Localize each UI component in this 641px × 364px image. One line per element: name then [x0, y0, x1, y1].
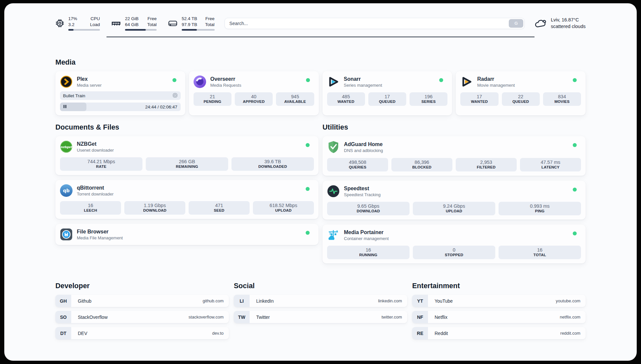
section-title-utilities: Utilities — [322, 123, 586, 132]
stat-label: REMAINING — [147, 165, 227, 168]
stat-value: 0 — [414, 247, 494, 253]
stat-value: 16 — [328, 247, 408, 253]
stat-label: DOWNLOAD — [126, 208, 184, 212]
now-playing-row: Bullet Train — [60, 91, 181, 100]
stat-label: WANTED — [328, 100, 364, 104]
cpu-labels: CPULoad — [90, 16, 100, 27]
stat-label: MOVIES — [544, 100, 580, 104]
cpu-widget: 17%3.2 CPULoad — [55, 16, 100, 31]
weather-widget: Lviv, 16.87°C scattered clouds — [534, 17, 586, 30]
service-card-head: SonarrSeries management — [327, 76, 448, 88]
section-title-entertainment: Entertainment — [412, 282, 586, 290]
stat-label: QUEUED — [370, 100, 405, 104]
bookmark-dev[interactable]: DTDEVdev.to — [55, 327, 229, 339]
service-name: Sonarr — [344, 76, 382, 82]
stat-series: 196SERIES — [410, 92, 447, 106]
service-card-overseerr[interactable]: OverseerrMedia Requests21PENDING40APPROV… — [189, 71, 319, 115]
qbittorrent-icon: qb — [60, 184, 73, 197]
service-card-nzbget[interactable]: nzbgetNZBGetUsenet downloader744.21 Mbps… — [55, 136, 319, 175]
service-card-head: SpeedtestSpeedtest Tracking — [327, 185, 581, 197]
memory-values: 22 GiB64 GiB — [125, 16, 138, 27]
overseerr-icon — [194, 76, 206, 88]
pause-icon — [63, 105, 67, 109]
section-title-media: Media — [55, 58, 586, 67]
resource-widgets: 17%3.2 CPULoad — [55, 16, 215, 31]
service-card-filebrowser[interactable]: File BrowserMedia File Management — [55, 224, 319, 245]
service-name: File Browser — [77, 228, 123, 235]
playback-progress — [60, 103, 86, 111]
service-card-head: RadarrMovie management — [460, 76, 581, 88]
service-card-radarr[interactable]: RadarrMovie management17WANTED22QUEUED83… — [456, 71, 586, 115]
stat-label: BLOCKED — [393, 165, 451, 169]
stat-movies: 834MOVIES — [543, 92, 581, 106]
stat-value: 498,508 — [328, 160, 387, 165]
memory-labels: FreeTotal — [147, 16, 157, 27]
service-card-head: Media PortainerContainer management — [327, 229, 581, 241]
utilities-cards-column: AdGuard HomeDNS and adblocking498,508QUE… — [322, 136, 586, 263]
status-indicator-online — [306, 231, 310, 235]
stat-label: RUNNING — [328, 253, 408, 257]
stat-latency: 47.57 msLATENCY — [520, 158, 581, 171]
status-indicator-online — [573, 188, 577, 192]
bookmark-github[interactable]: GHGithubgithub.com — [55, 295, 229, 307]
bookmark-twitter[interactable]: TWTwittertwitter.com — [234, 311, 407, 323]
stat-label: RATE — [61, 165, 141, 168]
bookmark-netflix[interactable]: NFNetflixnetflix.com — [412, 311, 586, 323]
stat-value: 1.19 Gbps — [126, 203, 184, 208]
bookmark-abbr: NF — [412, 311, 428, 323]
bookmark-linkedin[interactable]: LILinkedInlinkedin.com — [234, 295, 407, 307]
pause-button[interactable] — [63, 105, 67, 109]
service-name: Overseerr — [210, 76, 241, 82]
stat-label: LATENCY — [521, 165, 580, 169]
stat-rate: 744.21 MbpsRATE — [60, 157, 142, 171]
service-card-plex[interactable]: PlexMedia serverBullet Train24:44 / 02:0… — [55, 71, 185, 115]
service-titles: OverseerrMedia Requests — [210, 76, 241, 88]
search-input[interactable] — [225, 18, 525, 29]
bookmark-name: Netflix — [435, 315, 447, 320]
service-name: Plex — [77, 76, 102, 82]
media-cards-row: PlexMedia serverBullet Train24:44 / 02:0… — [55, 71, 586, 115]
stat-label: UPLOAD — [414, 209, 494, 213]
stat-label: QUERIES — [328, 165, 387, 169]
search-engine-button[interactable]: G — [509, 19, 523, 28]
service-card-sonarr[interactable]: SonarrSeries management485WANTED17QUEUED… — [322, 71, 452, 115]
bookmark-youtube[interactable]: YTYouTubeyoutube.com — [412, 295, 586, 307]
bookmark-abbr: LI — [234, 295, 250, 307]
bookmark-reddit[interactable]: RERedditreddit.com — [412, 327, 586, 339]
stat-value: 485 — [328, 94, 364, 99]
bookmark-group-social: SocialLILinkedInlinkedin.comTWTwittertwi… — [234, 282, 407, 343]
service-titles: SonarrSeries management — [344, 76, 382, 88]
ram-icon — [111, 19, 121, 27]
stat-label: SEED — [190, 208, 248, 212]
service-card-qbittorrent[interactable]: qbqBittorrentTorrent downloader16LEECH1.… — [55, 180, 319, 219]
stat-value: 40 — [236, 94, 271, 99]
service-subtitle: Media server — [77, 83, 102, 88]
view-session-button[interactable] — [172, 93, 178, 99]
bookmark-name: Reddit — [435, 331, 448, 336]
service-card-speedtest[interactable]: SpeedtestSpeedtest Tracking9.65 GbpsDOWN… — [322, 181, 586, 220]
speedtest-icon — [327, 185, 340, 197]
bookmark-name: Github — [78, 298, 91, 304]
stat-wanted: 17WANTED — [460, 92, 498, 106]
bookmark-abbr: GH — [55, 295, 71, 307]
stat-label: WANTED — [462, 100, 497, 104]
stat-label: STOPPED — [414, 253, 494, 257]
stat-value: 86,396 — [393, 160, 451, 165]
service-subtitle: Media Requests — [210, 83, 241, 88]
weather-location: Lviv, 16.87°C — [551, 17, 586, 23]
service-card-head: nzbgetNZBGetUsenet downloader — [60, 140, 314, 153]
service-subtitle: Series management — [344, 83, 382, 88]
stat-download: 1.19 GbpsDOWNLOAD — [124, 201, 185, 215]
service-card-portainer[interactable]: Media PortainerContainer management16RUN… — [322, 225, 586, 263]
stat-upload: 9.24 GbpsUPLOAD — [413, 202, 495, 215]
stat-leech: 16LEECH — [60, 201, 121, 215]
viewfinder-icon — [172, 93, 178, 99]
bookmark-stackoverflow[interactable]: SOStackOverflowstackoverflow.com — [55, 311, 229, 323]
service-card-adguard[interactable]: AdGuard HomeDNS and adblocking498,508QUE… — [322, 136, 586, 176]
service-stats-row: 9.65 GbpsDOWNLOAD9.24 GbpsUPLOAD0.993 ms… — [327, 202, 581, 215]
disk-widget: 52.4 TB97.9 TB FreeTotal — [168, 16, 215, 31]
cpu-progress-bar — [68, 29, 100, 31]
search-bar: G — [225, 18, 525, 29]
stat-value: 2,953 — [457, 160, 515, 165]
bookmark-name: DEV — [78, 331, 87, 336]
